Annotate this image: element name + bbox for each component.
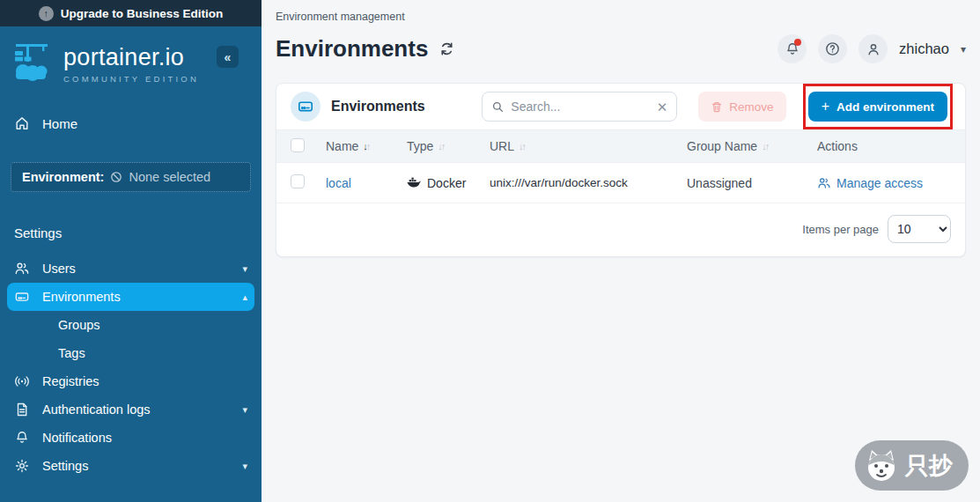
add-environment-label: Add environment xyxy=(836,100,934,114)
sidebar-item-label: Home xyxy=(42,116,247,131)
sidebar-item-registries[interactable]: Registries xyxy=(7,367,254,395)
environment-actions-cell: Manage access xyxy=(817,176,965,190)
upgrade-banner-label: Upgrade to Business Edition xyxy=(61,7,224,20)
column-label: Name xyxy=(326,139,358,153)
portainer-logo-icon xyxy=(14,41,55,86)
sidebar-item-settings[interactable]: Settings ▾ xyxy=(7,452,254,480)
sidebar-item-label: Notifications xyxy=(42,431,247,445)
header-actions: zhichao ▾ xyxy=(777,34,966,63)
sort-asc-icon: ↑ xyxy=(522,141,526,151)
sort-icons: ↓↑ xyxy=(438,141,444,151)
select-all-checkbox[interactable] xyxy=(291,138,305,152)
users-icon xyxy=(14,261,30,277)
column-header-url[interactable]: URL ↓↑ xyxy=(490,139,687,153)
environment-type: Docker xyxy=(427,176,466,190)
environment-selector-value: None selected xyxy=(129,170,210,184)
clear-search-icon[interactable]: ✕ xyxy=(657,100,668,114)
add-environment-button[interactable]: + Add environment xyxy=(808,92,947,122)
chevron-down-icon: ▾ xyxy=(242,461,247,472)
plus-icon: + xyxy=(822,99,829,114)
sort-icons: ↓↑ xyxy=(519,141,525,151)
trash-icon xyxy=(711,100,723,114)
environment-url: unix:///var/run/docker.sock xyxy=(490,176,687,189)
column-label: URL xyxy=(490,139,514,153)
sidebar-item-label: Settings xyxy=(42,459,230,473)
remove-button[interactable]: Remove xyxy=(698,92,785,122)
row-checkbox[interactable] xyxy=(291,174,305,188)
manage-access-link[interactable]: Manage access xyxy=(836,176,923,190)
upgrade-banner[interactable]: ↑ Upgrade to Business Edition xyxy=(0,0,262,26)
environments-icon xyxy=(291,92,321,122)
help-button[interactable] xyxy=(818,34,847,63)
logo-subtitle: COMMUNITY EDITION xyxy=(63,74,199,84)
sort-asc-icon: ↑ xyxy=(441,141,445,151)
chevron-down-icon: ▾ xyxy=(242,263,247,275)
notifications-bell-button[interactable] xyxy=(777,34,807,63)
environment-selector[interactable]: Environment: None selected xyxy=(11,162,251,192)
add-environment-wrapper: + Add environment xyxy=(808,92,947,122)
items-per-page-select[interactable]: 10 xyxy=(888,215,951,243)
sidebar-item-label: Groups xyxy=(58,318,247,332)
card-footer: Items per page 10 xyxy=(276,203,965,256)
sidebar-item-users[interactable]: Users ▾ xyxy=(7,255,254,283)
chevron-down-icon: ▾ xyxy=(242,404,247,416)
watermark-text: 只抄 xyxy=(905,450,953,482)
sidebar: ↑ Upgrade to Business Edition portainer.… xyxy=(0,0,262,502)
collapse-sidebar-button[interactable]: « xyxy=(217,46,239,68)
column-header-type[interactable]: Type ↓↑ xyxy=(407,139,490,153)
page-header: Environments zhichao ▾ xyxy=(276,34,966,63)
column-header-group-name[interactable]: Group Name ↓↑ xyxy=(687,139,817,153)
column-header-name[interactable]: Name ↓↑ xyxy=(326,139,407,153)
sidebar-item-label: Tags xyxy=(58,346,247,360)
sidebar-item-groups[interactable]: Groups xyxy=(7,311,254,339)
environment-type-cell: Docker xyxy=(407,176,490,190)
items-per-page-label: Items per page xyxy=(802,223,879,236)
card-header: Environments ✕ Remove + Add environment xyxy=(276,84,965,129)
sort-icons: ↓↑ xyxy=(363,141,369,151)
breadcrumb: Environment management xyxy=(276,0,966,23)
user-avatar-button[interactable] xyxy=(858,34,888,63)
file-icon xyxy=(14,402,30,417)
environment-selector-label: Environment: xyxy=(22,170,104,184)
remove-button-label: Remove xyxy=(729,100,773,114)
sidebar-item-environments[interactable]: Environments ▴ xyxy=(7,283,254,311)
sidebar-section-settings: Settings xyxy=(0,225,262,240)
username[interactable]: zhichao xyxy=(899,41,949,57)
logo-text: portainer.io COMMUNITY EDITION xyxy=(63,44,199,84)
logo-block: portainer.io COMMUNITY EDITION « xyxy=(0,26,262,99)
sidebar-item-tags[interactable]: Tags xyxy=(7,339,254,367)
chevron-down-icon[interactable]: ▾ xyxy=(961,43,966,55)
logo-title: portainer.io xyxy=(63,44,199,71)
refresh-icon[interactable] xyxy=(438,41,455,57)
column-label: Actions xyxy=(817,139,858,153)
sidebar-item-authentication-logs[interactable]: Authentication logs ▾ xyxy=(7,395,254,424)
sort-icons: ↓↑ xyxy=(762,141,768,151)
chevron-up-icon: ▴ xyxy=(242,292,247,303)
search-icon xyxy=(491,100,505,114)
search-box: ✕ xyxy=(482,92,677,122)
environment-group: Unassigned xyxy=(687,176,817,190)
notification-badge xyxy=(794,39,801,46)
column-label: Type xyxy=(407,139,433,153)
gear-icon xyxy=(14,458,30,474)
column-header-actions: Actions xyxy=(817,139,965,153)
card-title: Environments xyxy=(331,99,425,114)
column-label: Group Name xyxy=(687,139,757,153)
page-title: Environments xyxy=(276,35,428,63)
sort-asc-icon: ↑ xyxy=(765,141,769,151)
table-row: local Docker unix:///var/run/docker.sock… xyxy=(276,163,965,203)
search-input[interactable] xyxy=(511,100,650,114)
sort-asc-icon: ↑ xyxy=(366,141,370,151)
sidebar-item-home[interactable]: Home xyxy=(7,107,254,139)
husky-mascot-icon xyxy=(864,448,899,484)
watermark-badge: 只抄 xyxy=(855,440,969,491)
home-icon xyxy=(14,115,30,131)
sidebar-item-label: Authentication logs xyxy=(42,402,230,417)
slash-circle-icon xyxy=(109,170,123,184)
docker-whale-icon xyxy=(407,177,421,188)
sidebar-item-label: Environments xyxy=(42,290,230,304)
sidebar-item-label: Users xyxy=(42,262,230,276)
sidebar-item-notifications[interactable]: Notifications xyxy=(7,424,254,452)
environment-name-link[interactable]: local xyxy=(326,176,351,190)
main-content: Environment management Environments zhic… xyxy=(262,0,980,502)
